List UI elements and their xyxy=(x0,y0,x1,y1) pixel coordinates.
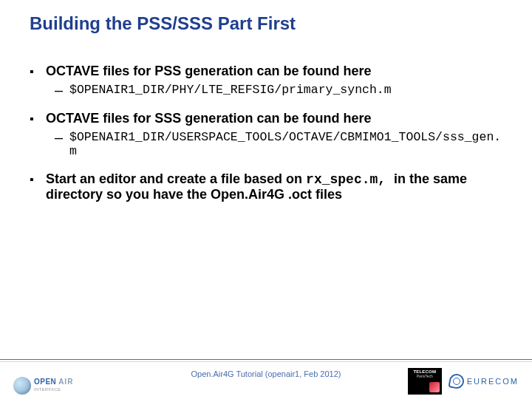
square-bullet-icon: ▪ xyxy=(30,64,46,80)
bullet-sss: ▪ OCTAVE files for SSS generation can be… xyxy=(30,111,502,127)
globe-icon xyxy=(13,377,31,395)
bullet-text: OCTAVE files for PSS generation can be f… xyxy=(46,64,502,80)
slide-content: ▪ OCTAVE files for PSS generation can be… xyxy=(30,64,502,202)
logo-text-air: AIR xyxy=(58,378,73,386)
text-fragment: Start an editor and create a file based … xyxy=(46,171,306,186)
slide-title: Building the PSS/SSS Part First xyxy=(30,13,502,34)
square-bullet-icon: ▪ xyxy=(30,111,46,127)
logo-text-open: OPEN xyxy=(34,378,56,386)
telecom-logo: TELECOM ParisTech xyxy=(408,368,442,395)
square-bullet-icon: ▪ xyxy=(30,171,46,202)
eurecom-logo: EURECOM xyxy=(449,374,519,389)
bullet-text: OCTAVE files for SSS generation can be f… xyxy=(46,111,502,127)
telecom-square-icon xyxy=(429,382,440,392)
telecom-subtext: ParisTech xyxy=(417,374,433,378)
logo-text-sub: INTERFACE xyxy=(34,386,73,393)
slide-footer: Open.Air4G Tutorial (openair1, Feb 2012)… xyxy=(0,362,532,399)
dash-bullet-icon: – xyxy=(55,130,69,158)
eurecom-mark-icon xyxy=(449,374,464,389)
subbullet-sss-path: – $OPENAIR1_DIR/USERSPACE_TOOLS/OCTAVE/C… xyxy=(55,130,502,158)
openair-label: OPEN AIR INTERFACE xyxy=(34,378,73,393)
bullet-pss: ▪ OCTAVE files for PSS generation can be… xyxy=(30,64,502,80)
subbullet-pss-path: – $OPENAIR1_DIR/PHY/LTE_REFSIG/primary_s… xyxy=(55,83,502,98)
eurecom-text: EURECOM xyxy=(467,377,519,386)
bullet-editor: ▪ Start an editor and create a file base… xyxy=(30,171,502,202)
code-path: $OPENAIR1_DIR/USERSPACE_TOOLS/OCTAVE/CBM… xyxy=(69,130,502,158)
code-inline: rx_spec.m, xyxy=(306,172,394,187)
right-logos: TELECOM ParisTech EURECOM xyxy=(408,368,519,395)
bullet-text: Start an editor and create a file based … xyxy=(46,171,502,202)
slide: Building the PSS/SSS Part First ▪ OCTAVE… xyxy=(0,0,532,399)
openair-logo: OPEN AIR INTERFACE xyxy=(13,377,73,395)
dash-bullet-icon: – xyxy=(55,83,69,98)
code-path: $OPENAIR1_DIR/PHY/LTE_REFSIG/primary_syn… xyxy=(69,83,502,98)
